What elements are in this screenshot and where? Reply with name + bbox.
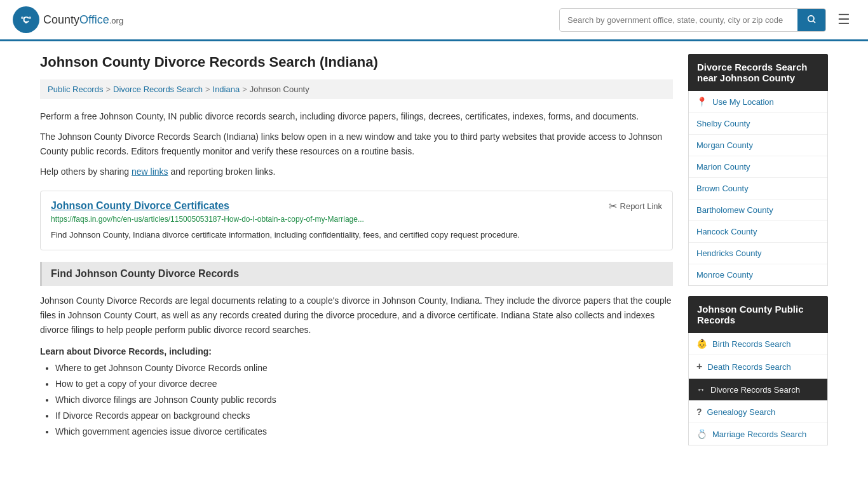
- bullet-item-4: If Divorce Records appear on background …: [55, 409, 673, 423]
- header: C CountyOffice.org ☰: [0, 0, 868, 41]
- breadcrumb-sep-3: >: [242, 85, 247, 94]
- sidebar-item-bartholomew-county[interactable]: Bartholomew County: [689, 200, 827, 221]
- hamburger-button[interactable]: ☰: [832, 8, 855, 31]
- pin-icon: 📍: [696, 97, 707, 107]
- hendricks-county-link[interactable]: Hendricks County: [696, 248, 762, 258]
- sidebar-item-marriage-records[interactable]: 💍 Marriage Records Search: [689, 423, 827, 445]
- bullet-list: Where to get Johnson County Divorce Reco…: [55, 362, 673, 438]
- sidebar-item-divorce-records[interactable]: ↔ Divorce Records Search: [689, 379, 827, 401]
- use-location-link[interactable]: Use My Location: [712, 97, 774, 107]
- sidebar-item-morgan-county[interactable]: Morgan County: [689, 135, 827, 156]
- sidebar-item-marion-county[interactable]: Marion County: [689, 156, 827, 178]
- search-input[interactable]: [560, 10, 797, 30]
- marriage-records-link[interactable]: Marriage Records Search: [712, 430, 806, 439]
- death-records-icon: +: [696, 361, 702, 372]
- report-link-button[interactable]: ✂ Report Link: [609, 200, 662, 212]
- record-card: Johnson County Divorce Certificates ✂ Re…: [40, 191, 673, 251]
- divorce-records-icon: ↔: [696, 384, 705, 395]
- sidebar-item-hendricks-county[interactable]: Hendricks County: [689, 243, 827, 264]
- record-card-title[interactable]: Johnson County Divorce Certificates: [51, 200, 229, 212]
- intro3-after: and reporting broken links.: [168, 166, 276, 177]
- birth-records-link[interactable]: Birth Records Search: [712, 339, 791, 349]
- breadcrumb-divorce-records-search[interactable]: Divorce Records Search: [113, 85, 203, 94]
- breadcrumb-public-records[interactable]: Public Records: [48, 85, 103, 94]
- svg-line-6: [813, 21, 815, 23]
- sidebar-item-death-records[interactable]: + Death Records Search: [689, 355, 827, 379]
- header-right: ☰: [559, 8, 855, 32]
- intro-paragraph-1: Perform a free Johnson County, IN public…: [40, 109, 673, 123]
- record-card-header: Johnson County Divorce Certificates ✂ Re…: [51, 200, 662, 212]
- logo-icon: C: [13, 6, 39, 33]
- find-section-header: Find Johnson County Divorce Records: [40, 262, 673, 286]
- nearby-counties-list: 📍 Use My Location Shelby County Morgan C…: [688, 91, 828, 286]
- learn-heading: Learn about Divorce Records, including:: [40, 346, 673, 356]
- logo-text: CountyOffice.org: [43, 13, 123, 27]
- breadcrumb-indiana[interactable]: Indiana: [213, 85, 240, 94]
- divorce-records-label: Divorce Records Search: [710, 385, 800, 395]
- public-records-section-header: Johnson County Public Records: [688, 296, 828, 333]
- record-url[interactable]: https://faqs.in.gov/hc/en-us/articles/11…: [51, 215, 662, 224]
- logo[interactable]: C CountyOffice.org: [13, 6, 123, 33]
- report-link-label: Report Link: [620, 201, 662, 211]
- main-content: Johnson County Divorce Records Search (I…: [40, 54, 673, 456]
- sidebar-item-genealogy[interactable]: ? Genealogy Search: [689, 401, 827, 423]
- breadcrumb-johnson-county: Johnson County: [250, 85, 309, 94]
- page-container: Johnson County Divorce Records Search (I…: [27, 41, 841, 468]
- new-links-link[interactable]: new links: [132, 166, 168, 177]
- nearby-section-header: Divorce Records Search near Johnson Coun…: [688, 54, 828, 91]
- hancock-county-link[interactable]: Hancock County: [696, 227, 757, 236]
- birth-records-icon: 👶: [696, 339, 707, 349]
- marion-county-link[interactable]: Marion County: [696, 162, 750, 172]
- marriage-records-icon: 💍: [696, 429, 707, 439]
- search-button[interactable]: [797, 9, 825, 31]
- report-icon: ✂: [609, 200, 617, 212]
- svg-point-5: [808, 15, 814, 21]
- breadcrumb-sep-1: >: [105, 85, 111, 94]
- svg-point-2: [21, 17, 24, 19]
- breadcrumb: Public Records > Divorce Records Search …: [40, 79, 673, 99]
- record-description: Find Johnson County, Indiana divorce cer…: [51, 229, 662, 241]
- brown-county-link[interactable]: Brown County: [696, 184, 749, 193]
- sidebar-item-monroe-county[interactable]: Monroe County: [689, 264, 827, 285]
- sidebar-item-brown-county[interactable]: Brown County: [689, 178, 827, 200]
- intro3-before: Help others by sharing: [40, 166, 132, 177]
- breadcrumb-sep-2: >: [205, 85, 210, 94]
- morgan-county-link[interactable]: Morgan County: [696, 140, 753, 150]
- search-bar: [559, 8, 826, 32]
- bullet-item-3: Which divorce filings are Johnson County…: [55, 393, 673, 407]
- genealogy-icon: ?: [696, 407, 702, 417]
- svg-point-4: [25, 21, 27, 24]
- bullet-item-1: Where to get Johnson County Divorce Reco…: [55, 362, 673, 375]
- bullet-item-2: How to get a copy of your divorce decree: [55, 377, 673, 391]
- use-my-location[interactable]: 📍 Use My Location: [689, 91, 827, 113]
- sidebar-item-birth-records[interactable]: 👶 Birth Records Search: [689, 333, 827, 355]
- monroe-county-link[interactable]: Monroe County: [696, 270, 753, 280]
- intro-paragraph-3: Help others by sharing new links and rep…: [40, 165, 673, 179]
- bullet-item-5: Which government agencies issue divorce …: [55, 425, 673, 438]
- page-title: Johnson County Divorce Records Search (I…: [40, 54, 673, 71]
- death-records-link[interactable]: Death Records Search: [707, 362, 791, 372]
- intro-paragraph-2: The Johnson County Divorce Records Searc…: [40, 130, 673, 158]
- bartholomew-county-link[interactable]: Bartholomew County: [696, 205, 773, 215]
- sidebar-item-shelby-county[interactable]: Shelby County: [689, 113, 827, 135]
- sidebar: Divorce Records Search near Johnson Coun…: [688, 54, 828, 456]
- find-section-body: Johnson County Divorce Records are legal…: [40, 294, 673, 337]
- sidebar-item-hancock-county[interactable]: Hancock County: [689, 221, 827, 243]
- svg-point-3: [29, 17, 31, 19]
- public-records-list: 👶 Birth Records Search + Death Records S…: [688, 333, 828, 445]
- genealogy-link[interactable]: Genealogy Search: [707, 407, 776, 417]
- shelby-county-link[interactable]: Shelby County: [696, 119, 750, 128]
